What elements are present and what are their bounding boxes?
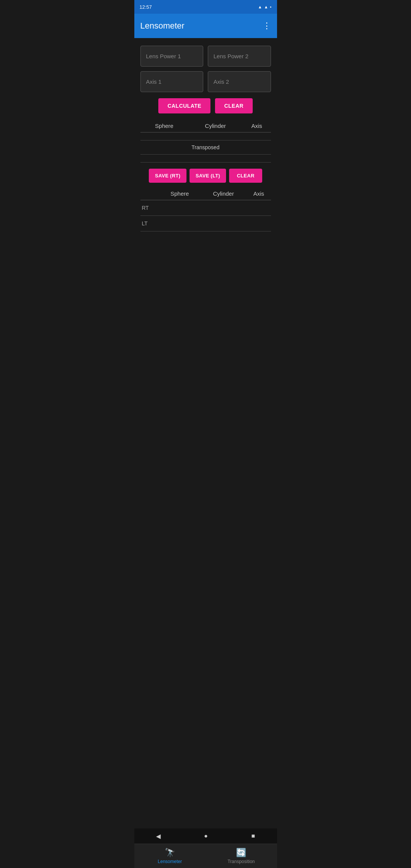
lt-label: LT xyxy=(140,216,159,231)
bottom-nav: 🔭 Lensometer 🔄 Transposition xyxy=(134,844,277,868)
original-sphere xyxy=(140,132,188,140)
main-content: CALCULATE CLEAR Sphere Cylinder Axis Tra… xyxy=(134,38,277,289)
saved-label-header xyxy=(140,187,159,200)
android-nav-bar: ◀ ● ■ xyxy=(134,828,277,844)
transposed-cylinder xyxy=(188,155,242,163)
save-lt-button[interactable]: SAVE (LT) xyxy=(190,169,226,183)
results-section: Sphere Cylinder Axis Transposed xyxy=(140,120,271,163)
original-axis xyxy=(243,132,271,140)
lens-power-1-input[interactable] xyxy=(140,46,204,67)
transposed-sphere xyxy=(140,155,188,163)
lt-sphere xyxy=(159,216,200,231)
clear-button[interactable]: CLEAR xyxy=(215,98,253,113)
status-bar: 12:57 ▲ ▲ ▪ xyxy=(134,0,277,14)
app-bar: Lensometer ⋮ xyxy=(134,14,277,38)
original-row xyxy=(140,132,271,140)
wifi-icon: ▲ xyxy=(258,5,262,9)
clear2-button[interactable]: CLEAR xyxy=(229,169,262,183)
transposition-nav-icon: 🔄 xyxy=(236,848,246,858)
input-grid xyxy=(140,46,271,92)
transposed-label-row: Transposed xyxy=(140,140,271,155)
app-title: Lensometer xyxy=(140,21,185,31)
results-table: Sphere Cylinder Axis Transposed xyxy=(140,120,271,163)
lensometer-nav-icon: 🔭 xyxy=(165,848,175,858)
signal-icon: ▲ xyxy=(264,5,268,9)
save-clear-row: SAVE (RT) SAVE (LT) CLEAR xyxy=(140,169,271,183)
rt-cylinder xyxy=(200,200,247,216)
saved-cylinder-header: Cylinder xyxy=(200,187,247,200)
status-time: 12:57 xyxy=(140,4,152,10)
saved-axis-header: Axis xyxy=(247,187,271,200)
original-cylinder xyxy=(188,132,242,140)
home-button[interactable]: ● xyxy=(204,833,208,839)
cylinder-header: Cylinder xyxy=(188,120,242,132)
lt-axis xyxy=(247,216,271,231)
nav-item-lensometer[interactable]: 🔭 Lensometer xyxy=(134,844,206,868)
recents-button[interactable]: ■ xyxy=(252,833,255,839)
save-rt-button[interactable]: SAVE (RT) xyxy=(149,169,186,183)
rt-axis xyxy=(247,200,271,216)
calculate-clear-row: CALCULATE CLEAR xyxy=(140,98,271,113)
axis-header: Axis xyxy=(243,120,271,132)
transposed-row xyxy=(140,155,271,163)
sphere-header: Sphere xyxy=(140,120,188,132)
saved-sphere-header: Sphere xyxy=(159,187,200,200)
axis-2-input[interactable] xyxy=(208,71,271,92)
axis-1-input[interactable] xyxy=(140,71,204,92)
table-row: RT xyxy=(140,200,271,216)
table-row: LT xyxy=(140,216,271,231)
battery-icon: ▪ xyxy=(270,5,272,9)
nav-item-transposition[interactable]: 🔄 Transposition xyxy=(206,844,277,868)
rt-sphere xyxy=(159,200,200,216)
rt-label: RT xyxy=(140,200,159,216)
lens-power-2-input[interactable] xyxy=(208,46,271,67)
lensometer-nav-label: Lensometer xyxy=(158,859,182,864)
status-icons: ▲ ▲ ▪ xyxy=(258,5,272,9)
more-options-icon[interactable]: ⋮ xyxy=(263,21,271,31)
transposed-label: Transposed xyxy=(140,140,271,155)
transposition-nav-label: Transposition xyxy=(228,859,255,864)
saved-table: Sphere Cylinder Axis RT LT xyxy=(140,187,271,231)
calculate-button[interactable]: CALCULATE xyxy=(158,98,210,113)
lt-cylinder xyxy=(200,216,247,231)
transposed-axis xyxy=(243,155,271,163)
back-button[interactable]: ◀ xyxy=(156,833,161,840)
